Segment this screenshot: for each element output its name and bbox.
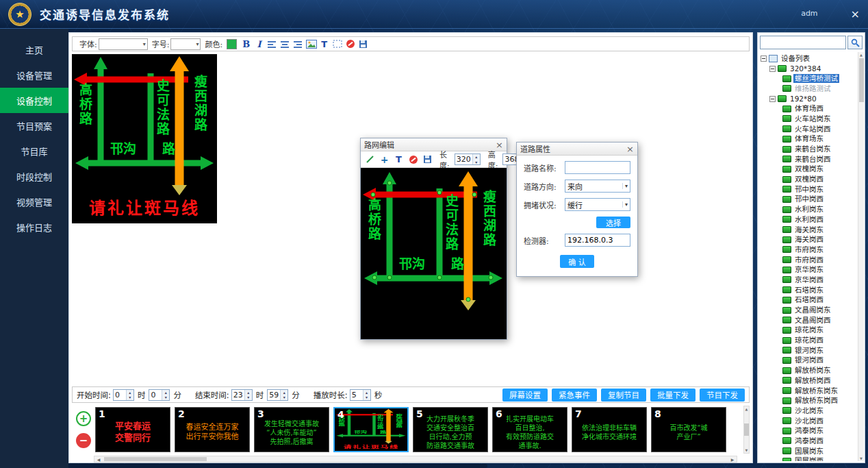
- program-thumbnail-3[interactable]: 3发生轻微交通事故“人未伤,车能动”先拍照,后撤离: [254, 407, 329, 452]
- marquee-tool-icon[interactable]: [331, 38, 343, 50]
- program-thumbnail-8[interactable]: 8百市改发“城产业厂”: [651, 407, 726, 452]
- tree-item-1-35[interactable]: 国展岗西: [759, 456, 857, 462]
- program-send-button[interactable]: 节目下发: [700, 389, 745, 402]
- scroll-right-icon[interactable]: ▶: [728, 457, 737, 462]
- sidebar-item-device-management[interactable]: 设备管理: [0, 62, 68, 88]
- congestion-select[interactable]: 缓行 ▾: [565, 198, 630, 211]
- duration-stepper[interactable]: 5 ▴▾: [350, 389, 371, 401]
- step-up-icon[interactable]: ▴: [245, 390, 252, 395]
- align-right-icon[interactable]: [292, 38, 304, 50]
- scroll-left-icon[interactable]: ◀: [94, 457, 103, 462]
- traffic-sign[interactable]: 高桥路 史可法路 瘦西湖路 邗沟 路 请礼让斑马线: [72, 54, 217, 223]
- step-down-icon[interactable]: ▾: [473, 160, 480, 165]
- delete-tool-icon[interactable]: [407, 153, 419, 165]
- move-tool-icon[interactable]: +: [379, 153, 390, 165]
- strip-vertical-scrollbar[interactable]: ▲ ▼: [743, 406, 750, 454]
- align-left-icon[interactable]: [266, 38, 278, 50]
- username-label[interactable]: adm: [801, 9, 817, 18]
- dialog-titlebar[interactable]: 道路属性 ×: [517, 143, 637, 156]
- sidebar-item-program-library[interactable]: 节目库: [0, 138, 68, 164]
- road-direction-select[interactable]: 来向 ▾: [565, 180, 630, 193]
- traffic-sign[interactable]: 高桥路 史可法路 瘦西湖路 邗沟 路 请礼让斑马线: [361, 169, 506, 338]
- page-horizontal-scrollbar[interactable]: [68, 464, 487, 468]
- scrollbar-thumb[interactable]: [859, 58, 864, 102]
- sidebar-item-program-plan[interactable]: 节目预案: [0, 113, 68, 138]
- font-size-select[interactable]: ▾: [170, 38, 201, 50]
- traffic-sign[interactable]: 高桥路 史可法路 瘦西湖路 邗沟 路 请礼让斑马线: [335, 408, 407, 451]
- close-icon[interactable]: ×: [626, 144, 634, 154]
- stepper-arrows[interactable]: ▴▾: [126, 390, 133, 400]
- tree-group-0[interactable]: 320*384: [759, 64, 857, 74]
- tree-item-1-24[interactable]: 银河岗东: [759, 345, 857, 356]
- tree-item-1-25[interactable]: 银河岗西: [759, 356, 857, 366]
- confirm-button[interactable]: 确 认: [560, 255, 594, 268]
- end-hour-stepper[interactable]: 23 ▴▾: [231, 389, 253, 401]
- end-minute-stepper[interactable]: 59 ▴▾: [267, 389, 288, 401]
- tree-item-1-9[interactable]: 邗中岗西: [759, 195, 857, 205]
- remove-program-button[interactable]: −: [76, 433, 91, 448]
- tree-item-1-1[interactable]: 火车站岗东: [759, 114, 857, 124]
- tree-item-1-8[interactable]: 邗中岗东: [759, 184, 857, 195]
- close-icon[interactable]: ×: [851, 9, 860, 20]
- step-down-icon[interactable]: ▾: [162, 395, 169, 400]
- tree-item-1-26[interactable]: 解放桥岗东: [759, 365, 857, 375]
- tree-expander-icon[interactable]: [761, 56, 767, 62]
- text-tool-icon[interactable]: T: [393, 153, 405, 165]
- sidebar-item-time-control[interactable]: 时段控制: [0, 164, 68, 189]
- step-up-icon[interactable]: ▴: [281, 390, 288, 395]
- length-stepper[interactable]: 320 ▴▾: [455, 153, 481, 165]
- tree-item-1-23[interactable]: 琼花岗西: [759, 335, 857, 345]
- detector-input[interactable]: [565, 234, 630, 247]
- tree-item-1-31[interactable]: 沙北岗西: [759, 416, 857, 426]
- program-thumbnail-7[interactable]: 7依法治理非标车辆净化城市交通环境: [572, 407, 647, 452]
- stepper-arrows[interactable]: ▴▾: [244, 390, 252, 400]
- road-name-input[interactable]: [565, 161, 630, 174]
- font-family-select[interactable]: ▾: [99, 38, 148, 50]
- tree-item-1-12[interactable]: 海关岗东: [759, 225, 857, 235]
- tree-root-device-list[interactable]: 设备列表: [759, 53, 857, 64]
- scrollbar-track[interactable]: [858, 57, 864, 456]
- stepper-arrows[interactable]: ▴▾: [472, 154, 480, 164]
- sidebar-item-video-management[interactable]: 视频管理: [0, 189, 68, 214]
- step-down-icon[interactable]: ▾: [245, 395, 252, 400]
- search-button[interactable]: [847, 36, 863, 49]
- tree-item-1-21[interactable]: 文昌阁岗西: [759, 315, 857, 325]
- step-up-icon[interactable]: ▴: [162, 390, 169, 395]
- stepper-arrows[interactable]: ▴▾: [363, 390, 370, 400]
- program-thumbnail-6[interactable]: 6扎实开展电动车百日整治,有效预防道路交通事故.: [492, 407, 567, 452]
- tree-item-1-18[interactable]: 石塔岗东: [759, 285, 857, 295]
- insert-image-icon[interactable]: [305, 38, 317, 50]
- device-search-input[interactable]: [760, 36, 846, 49]
- tree-item-1-5[interactable]: 来鹤台岗西: [759, 154, 857, 164]
- save-icon[interactable]: [357, 38, 369, 50]
- italic-button[interactable]: I: [253, 38, 265, 50]
- line-tool-icon[interactable]: [364, 153, 376, 165]
- tree-scrollbar[interactable]: ▲ ▼: [858, 52, 864, 461]
- tree-item-1-19[interactable]: 石塔岗西: [759, 295, 857, 306]
- tree-item-1-28[interactable]: 解放桥东岗东: [759, 386, 857, 396]
- stepper-arrows[interactable]: ▴▾: [280, 390, 288, 400]
- scrollbar-thumb[interactable]: [104, 457, 207, 461]
- tree-item-0-1[interactable]: 维扬路测试: [759, 84, 857, 94]
- save-icon[interactable]: [422, 153, 433, 165]
- step-down-icon[interactable]: ▾: [281, 395, 288, 400]
- tree-item-1-32[interactable]: 鸿泰岗东: [759, 426, 857, 436]
- tree-item-1-34[interactable]: 国展岗东: [759, 446, 857, 456]
- step-down-icon[interactable]: ▾: [363, 395, 370, 400]
- sidebar-item-operation-log[interactable]: 操作日志: [0, 214, 68, 240]
- copy-program-button[interactable]: 复制节目: [601, 389, 646, 402]
- road-network-canvas[interactable]: 高桥路 史可法路 瘦西湖路 邗沟 路 请礼让斑马线: [361, 168, 507, 339]
- text-tool-icon[interactable]: T: [318, 38, 330, 50]
- dialog-titlebar[interactable]: 路网编辑 ×: [361, 138, 507, 151]
- sidebar-item-device-control[interactable]: 设备控制: [0, 88, 68, 113]
- delete-tool-icon[interactable]: [344, 38, 356, 50]
- tree-item-1-10[interactable]: 水利岗东: [759, 204, 857, 214]
- tree-item-1-17[interactable]: 京华岗西: [759, 275, 857, 285]
- tree-item-1-16[interactable]: 京华岗东: [759, 264, 857, 275]
- strip-horizontal-scrollbar[interactable]: ◀ ▶: [94, 456, 737, 463]
- tree-item-1-13[interactable]: 海关岗西: [759, 234, 857, 245]
- program-thumbnail-2[interactable]: 2春运安全连万家出行平安你我他: [175, 407, 250, 452]
- scrollbar-track[interactable]: [103, 456, 728, 462]
- tree-item-1-11[interactable]: 水利岗西: [759, 214, 857, 225]
- start-minute-stepper[interactable]: 0 ▴▾: [149, 389, 170, 401]
